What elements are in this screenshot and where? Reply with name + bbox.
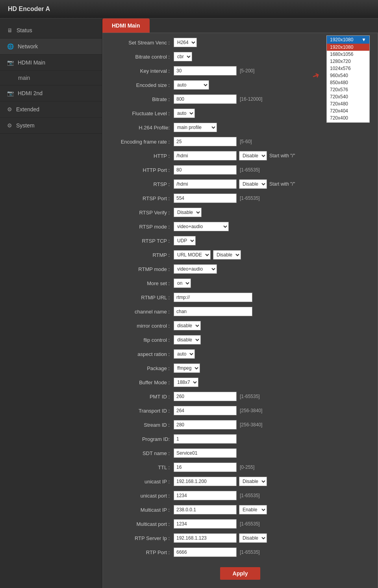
label-encoded-size: Encoded size : xyxy=(111,82,174,88)
label-stream-id: Stream ID : xyxy=(111,422,174,428)
input-program-id[interactable] xyxy=(174,434,237,444)
hint-multicast-port: [1-65535] xyxy=(240,521,260,527)
select-rtsp-tcp[interactable]: UDPTCP xyxy=(174,236,196,245)
select-rtmp-mode[interactable]: video+audiovideo xyxy=(174,264,217,274)
label-rtmp: RTMP : xyxy=(111,252,174,258)
input-rtsp-port[interactable] xyxy=(174,194,237,203)
select-multicast-enable[interactable]: EnableDisable xyxy=(239,505,267,514)
app-header: HD Encoder A xyxy=(0,0,378,18)
row-rtp-port: RTP Port : [1-65535] xyxy=(111,547,370,558)
resolution-dropdown[interactable]: 1920x1080 ▼ 1920x10801680x10561280x72010… xyxy=(326,35,370,123)
select-rtsp-mode[interactable]: video+audiovideoaudio xyxy=(174,222,229,231)
input-key-interval[interactable] xyxy=(174,66,237,76)
input-rtp-server-ip[interactable] xyxy=(174,533,237,543)
resolution-option[interactable]: 720x540 xyxy=(327,93,369,100)
select-http-disable[interactable]: DisableEnable xyxy=(239,151,267,160)
resolution-list[interactable]: 1920x10801680x10561280x7201024x576960x54… xyxy=(327,44,369,122)
select-fluctuate-level[interactable]: auto 12 xyxy=(174,109,195,118)
input-multicast-port[interactable] xyxy=(174,519,237,529)
sidebar-item-hdmi-2nd[interactable]: 📷 HDMI 2nd xyxy=(0,85,102,101)
input-channel-name[interactable] xyxy=(174,307,252,316)
row-http: HTTP : DisableEnable Start with "/" xyxy=(111,150,370,161)
row-rtsp-mode: RTSP mode : video+audiovideoaudio xyxy=(111,221,370,232)
apply-btn-row: Apply xyxy=(111,561,370,584)
input-unicast-ip[interactable] xyxy=(174,477,237,486)
resolution-option[interactable]: 850x480 xyxy=(327,79,369,86)
sidebar-item-system[interactable]: ⚙ System xyxy=(0,118,102,134)
input-http-port[interactable] xyxy=(174,165,237,175)
label-fluctuate-level: Fluctuate Level : xyxy=(111,111,174,116)
hint-unicast-port: [1-65535] xyxy=(240,493,260,498)
main-layout: 🖥 Status 🌐 Network 📷 HDMI Main main 📷 HD… xyxy=(0,18,378,588)
row-encoding-frame-rate: Encoding frame rate : [5-60] xyxy=(111,136,370,147)
input-http[interactable] xyxy=(174,151,237,160)
resolution-option[interactable]: 704x576 xyxy=(327,122,369,122)
sidebar-item-status[interactable]: 🖥 Status xyxy=(0,22,102,39)
sidebar-item-main[interactable]: main xyxy=(0,71,102,85)
resolution-option[interactable]: 1920x1080 xyxy=(327,44,369,51)
label-pmt-id: PMT ID : xyxy=(111,394,174,400)
resolution-option[interactable]: 1680x1056 xyxy=(327,51,369,58)
select-flip-control[interactable]: disableenable xyxy=(174,335,201,345)
select-rtp-server-disable[interactable]: DisableEnable xyxy=(239,533,267,543)
select-h264-profile[interactable]: main profile baseline xyxy=(174,123,217,132)
label-aspect-ration: aspect ration : xyxy=(111,351,174,357)
select-rtmp-disable[interactable]: DisableEnable xyxy=(213,250,241,260)
resolution-dropdown-header: 1920x1080 ▼ xyxy=(327,36,369,44)
row-multicast-ip: Multicast IP : EnableDisable xyxy=(111,504,370,515)
label-transport-id: Transport ID : xyxy=(111,408,174,414)
select-encoded-size[interactable]: auto 1920x1080 xyxy=(174,80,209,90)
input-encoding-frame-rate[interactable] xyxy=(174,137,237,146)
label-rtsp-mode: RTSP mode : xyxy=(111,224,174,230)
select-rtmp-url-mode[interactable]: URL MODE xyxy=(174,250,211,260)
input-unicast-port[interactable] xyxy=(174,491,237,500)
select-rtsp-verify[interactable]: DisableEnable xyxy=(174,208,202,217)
input-transport-id[interactable] xyxy=(174,406,237,415)
row-buffer-mode: Buffer Mode : 188x7 xyxy=(111,377,370,388)
sidebar: 🖥 Status 🌐 Network 📷 HDMI Main main 📷 HD… xyxy=(0,18,102,588)
input-stream-id[interactable] xyxy=(174,420,237,429)
input-ttl[interactable] xyxy=(174,463,237,472)
tab-bar: HDMI Main xyxy=(102,18,378,33)
select-rtsp-disable[interactable]: DisableEnable xyxy=(239,179,267,189)
resolution-option[interactable]: 960x540 xyxy=(327,72,369,79)
sidebar-item-hdmi-main[interactable]: 📷 HDMI Main xyxy=(0,55,102,71)
sidebar-item-network[interactable]: 🌐 Network xyxy=(0,39,102,55)
select-stream-venc[interactable]: H264 H265 xyxy=(174,38,197,47)
label-rtsp-verify: RTSP Verify : xyxy=(111,210,174,216)
sidebar-label-system: System xyxy=(16,122,35,129)
resolution-option[interactable]: 1280x720 xyxy=(327,58,369,65)
row-aspect-ration: aspect ration : auto4:316:9 xyxy=(111,348,370,359)
tab-hdmi-main[interactable]: HDMI Main xyxy=(102,18,150,33)
select-package[interactable]: ffmpeg xyxy=(174,363,200,373)
row-transport-id: Transport ID : [256-3840] xyxy=(111,405,370,416)
input-sdt-name[interactable] xyxy=(174,448,237,458)
select-bitrate-control[interactable]: cbr vbr xyxy=(174,52,192,61)
select-more-set[interactable]: onoff xyxy=(174,278,191,288)
select-unicast-disable[interactable]: DisableEnable xyxy=(239,477,267,486)
hint-bitrate: [16-12000] xyxy=(240,96,262,102)
input-rtp-port[interactable] xyxy=(174,547,237,557)
resolution-option[interactable]: 1024x576 xyxy=(327,65,369,72)
apply-button[interactable]: Apply xyxy=(220,567,261,580)
row-rtmp: RTMP : URL MODE DisableEnable xyxy=(111,249,370,260)
input-rtmp-url[interactable] xyxy=(174,293,252,302)
sidebar-item-extended[interactable]: ⚙ Extended xyxy=(0,101,102,118)
label-channel-name: channel name : xyxy=(111,309,174,315)
input-pmt-id[interactable] xyxy=(174,392,237,401)
resolution-option[interactable]: 720x480 xyxy=(327,100,369,107)
input-bitrate[interactable] xyxy=(174,94,237,104)
resolution-option[interactable]: 720x404 xyxy=(327,107,369,114)
resolution-option[interactable]: 720x400 xyxy=(327,114,369,122)
label-http: HTTP : xyxy=(111,153,174,159)
label-rtmp-url: RTMP URL : xyxy=(111,295,174,300)
select-mirror-control[interactable]: disableenable xyxy=(174,321,201,330)
label-bitrate: Bitrate : xyxy=(111,96,174,102)
input-rtsp[interactable] xyxy=(174,179,237,189)
select-aspect-ration[interactable]: auto4:316:9 xyxy=(174,349,195,359)
select-buffer-mode[interactable]: 188x7 xyxy=(174,378,198,387)
hint-ttl: [0-255] xyxy=(240,465,254,470)
resolution-option[interactable]: 720x576 xyxy=(327,86,369,93)
label-multicast-port: Multicast port : xyxy=(111,521,174,527)
input-multicast-ip[interactable] xyxy=(174,505,237,514)
